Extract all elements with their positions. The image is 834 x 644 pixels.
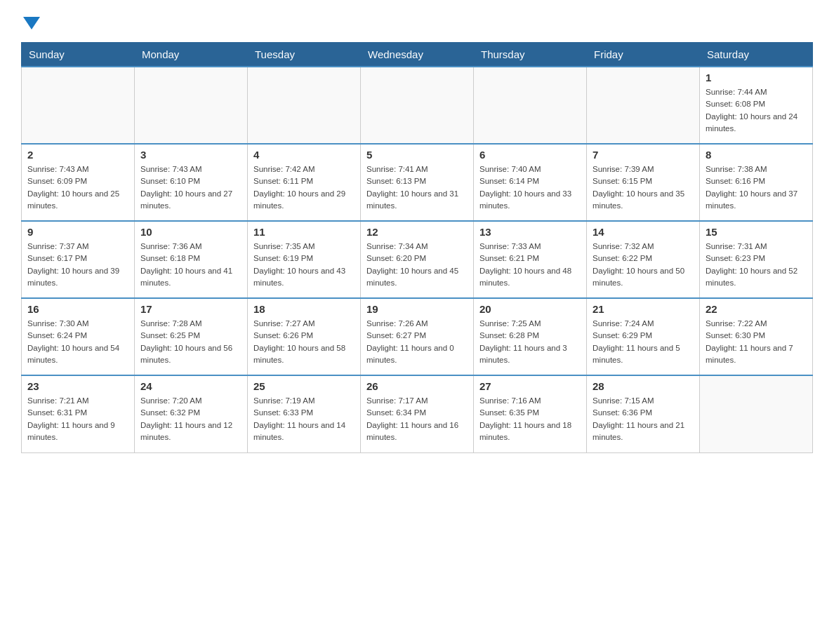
calendar-day-header: Saturday	[700, 43, 813, 67]
day-info: Sunrise: 7:41 AMSunset: 6:13 PMDaylight:…	[366, 163, 468, 212]
calendar-week-row: 23Sunrise: 7:21 AMSunset: 6:31 PMDayligh…	[22, 375, 813, 452]
day-number: 16	[27, 303, 128, 315]
calendar-cell: 24Sunrise: 7:20 AMSunset: 6:32 PMDayligh…	[135, 375, 248, 452]
calendar-cell: 22Sunrise: 7:22 AMSunset: 6:30 PMDayligh…	[700, 298, 813, 375]
logo	[21, 14, 40, 28]
calendar-cell: 26Sunrise: 7:17 AMSunset: 6:34 PMDayligh…	[361, 375, 474, 452]
calendar-cell	[700, 375, 813, 452]
day-number: 2	[27, 149, 128, 161]
day-number: 14	[593, 226, 694, 238]
day-number: 26	[366, 380, 468, 392]
day-number: 21	[593, 303, 694, 315]
day-info: Sunrise: 7:32 AMSunset: 6:22 PMDaylight:…	[593, 241, 694, 289]
calendar-cell: 1Sunrise: 7:44 AMSunset: 6:08 PMDaylight…	[700, 67, 813, 144]
calendar-week-row: 1Sunrise: 7:44 AMSunset: 6:08 PMDaylight…	[22, 67, 813, 144]
day-number: 1	[706, 72, 807, 83]
calendar-cell: 25Sunrise: 7:19 AMSunset: 6:33 PMDayligh…	[248, 375, 361, 452]
day-info: Sunrise: 7:21 AMSunset: 6:31 PMDaylight:…	[27, 395, 128, 443]
day-info: Sunrise: 7:44 AMSunset: 6:08 PMDaylight:…	[706, 86, 807, 135]
day-info: Sunrise: 7:43 AMSunset: 6:10 PMDaylight:…	[140, 163, 241, 212]
day-number: 5	[366, 149, 468, 161]
day-info: Sunrise: 7:16 AMSunset: 6:35 PMDaylight:…	[479, 395, 581, 443]
calendar-cell: 2Sunrise: 7:43 AMSunset: 6:09 PMDaylight…	[22, 144, 135, 221]
day-info: Sunrise: 7:26 AMSunset: 6:27 PMDaylight:…	[366, 318, 468, 366]
calendar-cell: 20Sunrise: 7:25 AMSunset: 6:28 PMDayligh…	[474, 298, 587, 375]
day-info: Sunrise: 7:25 AMSunset: 6:28 PMDaylight:…	[479, 318, 581, 366]
day-number: 8	[706, 149, 807, 161]
calendar-cell: 28Sunrise: 7:15 AMSunset: 6:36 PMDayligh…	[587, 375, 700, 452]
calendar-cell: 4Sunrise: 7:42 AMSunset: 6:11 PMDaylight…	[248, 144, 361, 221]
day-info: Sunrise: 7:38 AMSunset: 6:16 PMDaylight:…	[706, 163, 807, 212]
day-number: 3	[140, 149, 241, 161]
calendar-day-header: Tuesday	[248, 43, 361, 67]
calendar-day-header: Friday	[587, 43, 700, 67]
day-number: 20	[479, 303, 581, 315]
day-number: 28	[593, 380, 694, 392]
day-number: 11	[253, 226, 355, 238]
day-info: Sunrise: 7:33 AMSunset: 6:21 PMDaylight:…	[479, 241, 581, 289]
day-info: Sunrise: 7:27 AMSunset: 6:26 PMDaylight:…	[253, 318, 355, 366]
calendar-day-header: Monday	[135, 43, 248, 67]
calendar-week-row: 16Sunrise: 7:30 AMSunset: 6:24 PMDayligh…	[22, 298, 813, 375]
calendar-cell: 16Sunrise: 7:30 AMSunset: 6:24 PMDayligh…	[22, 298, 135, 375]
day-info: Sunrise: 7:39 AMSunset: 6:15 PMDaylight:…	[593, 163, 694, 212]
day-number: 12	[366, 226, 468, 238]
calendar-cell: 27Sunrise: 7:16 AMSunset: 6:35 PMDayligh…	[474, 375, 587, 452]
calendar-cell: 14Sunrise: 7:32 AMSunset: 6:22 PMDayligh…	[587, 221, 700, 298]
calendar-cell: 15Sunrise: 7:31 AMSunset: 6:23 PMDayligh…	[700, 221, 813, 298]
calendar-cell: 12Sunrise: 7:34 AMSunset: 6:20 PMDayligh…	[361, 221, 474, 298]
calendar-cell	[135, 67, 248, 144]
day-info: Sunrise: 7:15 AMSunset: 6:36 PMDaylight:…	[593, 395, 694, 443]
calendar-cell: 18Sunrise: 7:27 AMSunset: 6:26 PMDayligh…	[248, 298, 361, 375]
day-number: 10	[140, 226, 241, 238]
calendar-cell: 23Sunrise: 7:21 AMSunset: 6:31 PMDayligh…	[22, 375, 135, 452]
calendar-cell	[474, 67, 587, 144]
logo-arrow-icon	[23, 17, 40, 29]
calendar-cell: 19Sunrise: 7:26 AMSunset: 6:27 PMDayligh…	[361, 298, 474, 375]
day-info: Sunrise: 7:17 AMSunset: 6:34 PMDaylight:…	[366, 395, 468, 443]
day-info: Sunrise: 7:43 AMSunset: 6:09 PMDaylight:…	[27, 163, 128, 212]
day-number: 15	[706, 226, 807, 238]
calendar-cell: 9Sunrise: 7:37 AMSunset: 6:17 PMDaylight…	[22, 221, 135, 298]
calendar-week-row: 9Sunrise: 7:37 AMSunset: 6:17 PMDaylight…	[22, 221, 813, 298]
day-number: 6	[479, 149, 581, 161]
calendar-cell: 11Sunrise: 7:35 AMSunset: 6:19 PMDayligh…	[248, 221, 361, 298]
calendar-cell	[361, 67, 474, 144]
day-number: 27	[479, 380, 581, 392]
calendar-week-row: 2Sunrise: 7:43 AMSunset: 6:09 PMDaylight…	[22, 144, 813, 221]
calendar-cell: 13Sunrise: 7:33 AMSunset: 6:21 PMDayligh…	[474, 221, 587, 298]
day-info: Sunrise: 7:42 AMSunset: 6:11 PMDaylight:…	[253, 163, 355, 212]
day-number: 13	[479, 226, 581, 238]
page-header	[21, 14, 813, 28]
calendar-day-header: Sunday	[22, 43, 135, 67]
day-info: Sunrise: 7:28 AMSunset: 6:25 PMDaylight:…	[140, 318, 241, 366]
day-number: 4	[253, 149, 355, 161]
calendar-cell: 7Sunrise: 7:39 AMSunset: 6:15 PMDaylight…	[587, 144, 700, 221]
day-info: Sunrise: 7:31 AMSunset: 6:23 PMDaylight:…	[706, 241, 807, 289]
calendar-header-row: SundayMondayTuesdayWednesdayThursdayFrid…	[22, 43, 813, 67]
calendar-cell: 17Sunrise: 7:28 AMSunset: 6:25 PMDayligh…	[135, 298, 248, 375]
day-number: 17	[140, 303, 241, 315]
calendar-cell	[22, 67, 135, 144]
calendar-cell	[587, 67, 700, 144]
day-info: Sunrise: 7:36 AMSunset: 6:18 PMDaylight:…	[140, 241, 241, 289]
day-info: Sunrise: 7:30 AMSunset: 6:24 PMDaylight:…	[27, 318, 128, 366]
day-info: Sunrise: 7:24 AMSunset: 6:29 PMDaylight:…	[593, 318, 694, 366]
calendar-day-header: Wednesday	[361, 43, 474, 67]
day-number: 24	[140, 380, 241, 392]
day-number: 23	[27, 380, 128, 392]
day-info: Sunrise: 7:20 AMSunset: 6:32 PMDaylight:…	[140, 395, 241, 443]
day-number: 19	[366, 303, 468, 315]
day-number: 22	[706, 303, 807, 315]
calendar-cell	[248, 67, 361, 144]
day-number: 7	[593, 149, 694, 161]
calendar-cell: 3Sunrise: 7:43 AMSunset: 6:10 PMDaylight…	[135, 144, 248, 221]
day-info: Sunrise: 7:35 AMSunset: 6:19 PMDaylight:…	[253, 241, 355, 289]
calendar-cell: 21Sunrise: 7:24 AMSunset: 6:29 PMDayligh…	[587, 298, 700, 375]
day-info: Sunrise: 7:19 AMSunset: 6:33 PMDaylight:…	[253, 395, 355, 443]
calendar-table: SundayMondayTuesdayWednesdayThursdayFrid…	[21, 42, 813, 453]
day-info: Sunrise: 7:40 AMSunset: 6:14 PMDaylight:…	[479, 163, 581, 212]
calendar-cell: 10Sunrise: 7:36 AMSunset: 6:18 PMDayligh…	[135, 221, 248, 298]
day-number: 25	[253, 380, 355, 392]
calendar-cell: 8Sunrise: 7:38 AMSunset: 6:16 PMDaylight…	[700, 144, 813, 221]
